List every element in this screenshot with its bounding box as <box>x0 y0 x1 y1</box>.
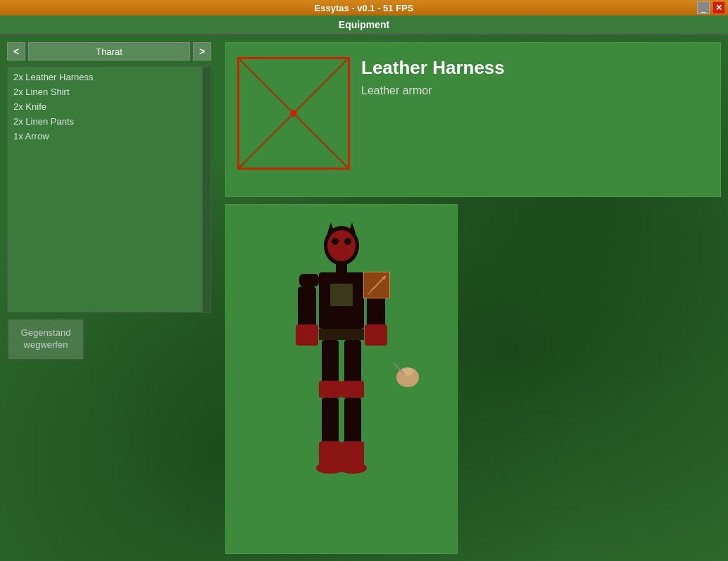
svg-rect-21 <box>319 381 341 398</box>
svg-rect-14 <box>298 286 316 329</box>
list-item[interactable]: 2x Linen Shirt <box>13 84 205 99</box>
cursor-held-item <box>387 356 422 391</box>
svg-rect-11 <box>330 284 353 306</box>
main-area: < Tharat > 2x Leather Harness 2x Linen S… <box>0 35 728 561</box>
minimize-button[interactable]: _ <box>697 1 710 14</box>
drop-item-button[interactable]: Gegenstandwegwerfen <box>7 318 84 360</box>
window-title: Essytas - v0.1 - 51 FPS <box>315 3 414 13</box>
prev-character-button[interactable]: < <box>7 42 25 61</box>
svg-rect-17 <box>365 324 387 346</box>
svg-point-33 <box>402 367 413 376</box>
character-silhouette <box>226 205 457 553</box>
arrow-icon <box>365 273 389 297</box>
next-character-button[interactable]: > <box>193 42 211 61</box>
svg-rect-9 <box>336 264 347 272</box>
svg-rect-16 <box>296 324 318 346</box>
item-description: Leather armor <box>361 84 505 97</box>
title-bar: Essytas - v0.1 - 51 FPS _ ✕ <box>0 0 728 15</box>
arrow-equipment-slot[interactable] <box>363 272 390 298</box>
list-item[interactable]: 2x Knife <box>13 99 205 114</box>
character-nav: < Tharat > <box>7 42 211 61</box>
svg-point-6 <box>327 230 356 261</box>
svg-rect-24 <box>344 398 361 447</box>
svg-rect-22 <box>341 381 364 398</box>
item-info-panel: Leather Harness Leather armor <box>225 42 721 197</box>
character-name: Tharat <box>28 42 190 61</box>
close-button[interactable]: ✕ <box>713 1 725 14</box>
list-item[interactable]: 2x Linen Pants <box>13 114 205 129</box>
tab-bar: Equipment ✕ <box>0 15 728 35</box>
item-preview <box>237 57 350 170</box>
held-item-icon <box>387 356 422 391</box>
svg-rect-31 <box>365 289 370 294</box>
svg-point-8 <box>344 238 351 245</box>
character-display-panel <box>225 204 458 554</box>
svg-rect-12 <box>299 274 319 286</box>
item-name: Leather Harness <box>361 57 505 79</box>
left-panel: < Tharat > 2x Leather Harness 2x Linen S… <box>7 42 211 360</box>
list-item[interactable]: 2x Leather Harness <box>13 70 205 84</box>
svg-point-28 <box>339 462 367 474</box>
svg-rect-18 <box>319 329 364 340</box>
svg-rect-23 <box>322 398 339 447</box>
list-item[interactable]: 1x Arrow <box>13 129 205 144</box>
inventory-list: 2x Leather Harness 2x Linen Shirt 2x Kni… <box>7 66 211 313</box>
tab-equipment[interactable]: Equipment <box>339 19 389 30</box>
item-preview-image <box>239 59 348 168</box>
svg-point-7 <box>332 238 339 245</box>
inventory-scrollbar[interactable] <box>202 67 211 312</box>
svg-point-2 <box>290 110 297 117</box>
item-text-info: Leather Harness Leather armor <box>361 43 505 196</box>
